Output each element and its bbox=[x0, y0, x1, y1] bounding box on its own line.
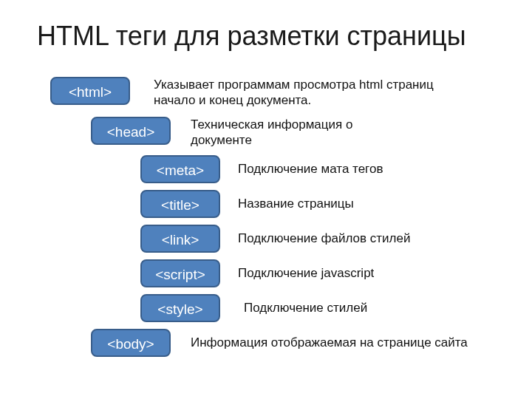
tag-row-head: <head> Техническая информация о документ… bbox=[0, 117, 532, 148]
tag-row-title: <title> Название страницы bbox=[0, 190, 532, 221]
tag-row-link: <link> Подключение файлов стилей bbox=[0, 225, 532, 256]
desc-style: Подключение стилей bbox=[244, 300, 480, 316]
tag-row-style: <style> Подключение стилей bbox=[0, 294, 532, 325]
tag-meta: <meta> bbox=[140, 155, 220, 183]
tag-row-script: <script> Подключение javascript bbox=[0, 259, 532, 290]
slide: HTML теги для разметки страницы <html> У… bbox=[0, 0, 532, 399]
tag-body: <body> bbox=[91, 329, 171, 357]
tag-row-html: <html> Указывает программам просмотра ht… bbox=[0, 77, 532, 108]
desc-body: Информация отображаемая на странице сайт… bbox=[191, 335, 501, 350]
desc-script: Подключение javascript bbox=[238, 265, 474, 281]
tag-script: <script> bbox=[140, 259, 220, 287]
tag-title: <title> bbox=[140, 190, 220, 218]
page-title: HTML теги для разметки страницы bbox=[37, 21, 502, 52]
desc-meta: Подключение мата тегов bbox=[238, 161, 474, 177]
desc-title: Название страницы bbox=[238, 196, 474, 211]
tag-link: <link> bbox=[140, 225, 220, 253]
desc-link: Подключение файлов стилей bbox=[238, 231, 474, 246]
tag-head: <head> bbox=[91, 117, 171, 145]
tag-style: <style> bbox=[140, 294, 220, 322]
tag-html: <html> bbox=[50, 77, 130, 105]
desc-head: Техническая информация о документе bbox=[191, 117, 383, 149]
desc-html: Указывает программам просмотра html стра… bbox=[154, 77, 471, 109]
tag-row-meta: <meta> Подключение мата тегов bbox=[0, 155, 532, 186]
tag-row-body: <body> Информация отображаемая на страни… bbox=[0, 329, 532, 360]
